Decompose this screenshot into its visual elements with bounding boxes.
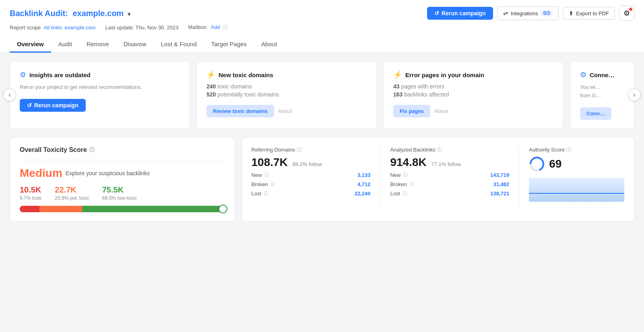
last-update: Last update: Thu, Nov 30, 2023 xyxy=(105,25,179,31)
broken-info-icon[interactable]: ⓘ xyxy=(270,181,275,187)
referring-broken-label: Broken xyxy=(252,181,268,187)
about-error-button[interactable]: About xyxy=(434,108,448,114)
rerun-campaign-card-button[interactable]: ↺ Rerun campaign xyxy=(20,99,86,112)
export-pdf-button[interactable]: ⬆ Export to PDF xyxy=(563,7,615,20)
new-info-icon[interactable]: ⓘ xyxy=(264,172,269,178)
lost-info-icon[interactable]: ⓘ xyxy=(264,191,268,197)
referring-broken-value[interactable]: 4,712 xyxy=(357,181,371,187)
about-toxic-button[interactable]: About xyxy=(278,108,292,114)
bar-red xyxy=(20,206,39,212)
header-meta: Report scope All links: example.com Last… xyxy=(10,24,634,35)
toxic-value: 10.5K xyxy=(20,185,42,195)
stat-toxic-domains: 240 toxic domains xyxy=(206,83,367,90)
review-toxic-domains-button[interactable]: Review toxic domains xyxy=(206,105,274,117)
authority-chart-line xyxy=(529,193,624,194)
next-cards-button[interactable]: › xyxy=(628,88,641,101)
toxic-label: 9.7% toxic xyxy=(20,195,42,201)
stat-toxic: 10.5K 9.7% toxic xyxy=(20,185,42,201)
card-toxic-domains: ⚡ New toxic domains 240 toxic domains 52… xyxy=(196,61,377,129)
referring-lost-value[interactable]: 22,240 xyxy=(355,191,371,197)
authority-info-icon[interactable]: ⓘ xyxy=(566,146,572,154)
tab-disavow[interactable]: Disavow xyxy=(116,37,154,53)
tab-about[interactable]: About xyxy=(254,37,284,53)
report-scope-label: Report scope All links: example.com xyxy=(10,25,96,31)
tab-lost-found[interactable]: Lost & Found xyxy=(153,37,204,53)
card-insights-outdated: ⚙ Insights are outdated Rerun your proje… xyxy=(10,61,190,129)
toxicity-level: Medium xyxy=(20,167,62,180)
insight-cards-row: ‹ ⚙ Insights are outdated Rerun your pro… xyxy=(10,61,634,129)
fix-pages-button[interactable]: Fix pages xyxy=(393,105,430,117)
rerun-label: Rerun campaign xyxy=(442,10,486,16)
toxicity-info-icon[interactable]: ⓘ xyxy=(89,146,95,154)
analyzed-broken-value[interactable]: 31,482 xyxy=(493,181,510,187)
bar-green xyxy=(82,206,225,212)
card-connect: ⚙ Conne… You wi…from G… Conn… xyxy=(570,61,634,129)
referring-new-value[interactable]: 3,133 xyxy=(357,172,371,178)
card-error-pages: ⚡ Error pages in your domain 43 pages wi… xyxy=(383,61,564,129)
bar-orange xyxy=(39,206,82,212)
referring-domains-col: Referring Domains ⓘ 108.7K 89.2% follow … xyxy=(252,146,381,212)
card-header: ⚙ Conne… xyxy=(580,70,624,79)
card-header: ⚡ New toxic domains xyxy=(206,70,367,79)
mailbox-add-link[interactable]: Add xyxy=(211,24,220,30)
analyzed-big-value: 914.8K 77.1% follow xyxy=(390,156,509,169)
header-actions: ↺ Rerun campaign ⇌ Integrations 0/3 ⬆ Ex… xyxy=(427,6,634,21)
analyzed-backlinks-col: Analyzed Backlinks ⓘ 914.8K 77.1% follow… xyxy=(390,146,519,212)
analyzed-follow: 77.1% follow xyxy=(431,161,461,167)
analyzed-lost-info[interactable]: ⓘ xyxy=(402,191,407,197)
authority-score-display: 69 xyxy=(529,156,624,172)
analyzed-new-info[interactable]: ⓘ xyxy=(403,172,407,178)
domain-chevron[interactable]: ▾ xyxy=(128,11,130,17)
explore-text: Explore your suspicious backlinks xyxy=(66,170,150,176)
mailbox-info-icon[interactable]: ⓘ xyxy=(223,25,228,30)
stat-pages-errors: 43 pages with errors xyxy=(393,83,553,90)
integrations-label: Integrations xyxy=(511,10,538,16)
rerun-campaign-button[interactable]: ↺ Rerun campaign xyxy=(427,7,493,20)
card-actions: Conn… xyxy=(580,107,624,120)
card-actions: ↺ Rerun campaign xyxy=(20,99,180,112)
rerun-icon: ↺ xyxy=(434,10,439,16)
analyzed-new-value[interactable]: 143,719 xyxy=(490,172,509,178)
settings-button[interactable]: ⚙ xyxy=(619,6,634,21)
report-scope-link[interactable]: All links: example.com xyxy=(44,25,96,31)
analyzed-info-icon[interactable]: ⓘ xyxy=(437,146,442,154)
analyzed-broken-row: Broken ⓘ 31,482 xyxy=(390,181,509,187)
referring-broken-row: Broken ⓘ 4,712 xyxy=(252,181,371,187)
referring-info-icon[interactable]: ⓘ xyxy=(297,146,302,154)
cards-container: ⚙ Insights are outdated Rerun your proje… xyxy=(10,61,634,129)
tab-overview[interactable]: Overview xyxy=(10,37,51,53)
analyzed-broken-info[interactable]: ⓘ xyxy=(409,181,414,187)
referring-lost-row: Lost ⓘ 22,240 xyxy=(252,191,371,197)
referring-follow: 89.2% follow xyxy=(293,161,322,167)
mailbox-area: Mailbox: Add ⓘ xyxy=(188,24,228,31)
connect-button[interactable]: Conn… xyxy=(580,107,611,120)
toxicity-title-text: Overall Toxicity Score xyxy=(20,146,87,154)
integrations-icon: ⇌ xyxy=(503,10,508,17)
medium-row: Medium Explore your suspicious backlinks xyxy=(20,167,225,180)
integrations-button[interactable]: ⇌ Integrations 0/3 xyxy=(497,6,559,20)
analyzed-lost-value[interactable]: 138,721 xyxy=(490,191,509,197)
card-subtitle: Rerun your project to get relevant recom… xyxy=(20,83,180,92)
gear-icon: ⚙ xyxy=(20,70,26,79)
card-actions: Review toxic domains About xyxy=(206,105,367,117)
tab-remove[interactable]: Remove xyxy=(79,37,116,53)
title-area: Backlink Audit: example.com ▾ xyxy=(10,9,130,18)
bar-end-shape xyxy=(219,205,227,213)
tab-target-pages[interactable]: Target Pages xyxy=(204,37,254,53)
main-content: ‹ ⚙ Insights are outdated Rerun your pro… xyxy=(0,53,644,230)
toxicity-title: Overall Toxicity Score ⓘ xyxy=(20,146,225,154)
card-title: Error pages in your domain xyxy=(405,72,484,78)
integrations-badge: 0/3 xyxy=(541,10,553,16)
toxicity-stats-row: 10.5K 9.7% toxic 22.7K 20.8% pot. toxic … xyxy=(20,185,225,201)
stat-potentially-toxic: 520 potentially toxic domains xyxy=(206,91,367,98)
tab-audit[interactable]: Audit xyxy=(51,37,79,53)
page-header: Backlink Audit: example.com ▾ ↺ Rerun ca… xyxy=(0,0,644,53)
non-toxic-value: 75.5K xyxy=(102,185,137,195)
domain-name[interactable]: example.com xyxy=(72,9,124,18)
prev-cards-button[interactable]: ‹ xyxy=(3,88,16,101)
card-actions: Fix pages About xyxy=(393,105,553,117)
rerun-card-label: Rerun campaign xyxy=(34,102,78,109)
authority-score-title: Authority Score ⓘ xyxy=(529,146,624,154)
referring-new-row: New ⓘ 3,133 xyxy=(252,172,371,178)
referring-new-label: New xyxy=(252,172,262,178)
